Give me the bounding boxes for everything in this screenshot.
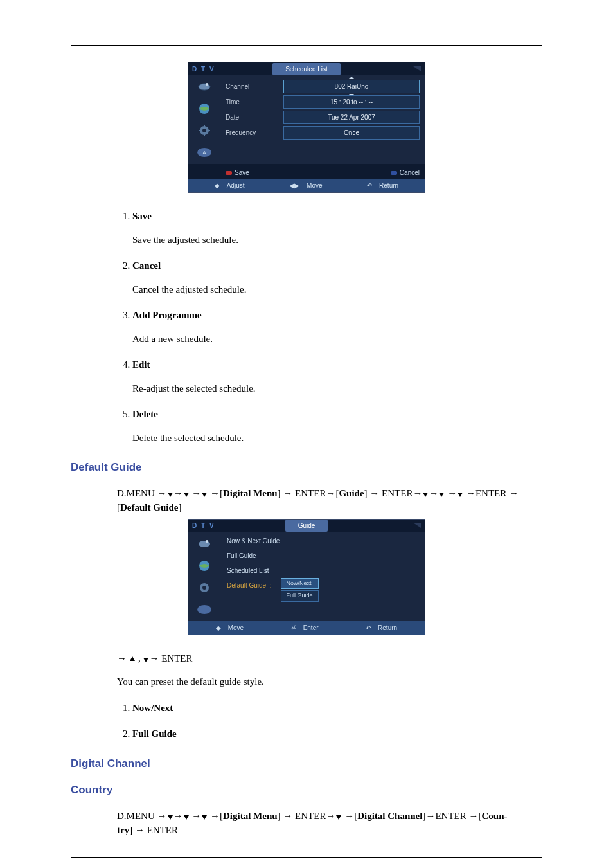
guide-option-full[interactable]: Full Guide: [281, 590, 319, 602]
svg-point-17: [197, 605, 211, 614]
channel-value[interactable]: 802 RaiUno: [283, 80, 420, 93]
svg-point-12: [199, 541, 210, 547]
red-button-icon: [226, 171, 232, 175]
guide-item-scheduled[interactable]: Scheduled List: [223, 563, 422, 578]
satellite-icon: [195, 536, 213, 552]
footer-move: ◆ Move: [216, 623, 244, 633]
top-rule: [71, 45, 542, 46]
item-title: Cancel: [132, 260, 161, 271]
panel-header: D T V Scheduled List: [188, 62, 425, 75]
item-title: Add Programme: [132, 310, 202, 320]
item-title: Save: [132, 211, 152, 221]
guide-option-now-next[interactable]: Now/Next: [281, 578, 319, 590]
frequency-label: Frequency: [226, 128, 283, 138]
cancel-label: Cancel: [400, 168, 420, 177]
preset-paragraph: You can preset the default guide style.: [117, 674, 536, 689]
item-desc: Delete the selected schedule.: [132, 431, 536, 446]
frequency-value[interactable]: Once: [283, 126, 420, 140]
item-title: Now/Next: [132, 703, 173, 713]
svg-point-16: [202, 586, 206, 590]
footer-move: ◀▶ Move: [289, 181, 322, 190]
footer-enter: ⏎ Enter: [291, 623, 319, 633]
item-desc: Add a new schedule.: [132, 332, 536, 347]
gear-icon: [195, 580, 213, 595]
item-desc: Save the adjusted schedule.: [132, 233, 536, 248]
svg-point-2: [206, 83, 208, 86]
svg-point-13: [206, 540, 208, 543]
section-digital-channel: Digital Channel: [71, 755, 542, 772]
panel-sidebar: [188, 532, 220, 621]
list-item: EditRe-adjust the selected schedule.: [132, 357, 536, 395]
guide-item-now-next[interactable]: Now & Next Guide: [223, 534, 422, 548]
save-label: Save: [235, 168, 249, 177]
svg-point-5: [202, 129, 206, 132]
bottom-rule: [71, 857, 542, 858]
list-item: Now/Next: [132, 701, 536, 716]
list-item: CancelCancel the adjusted schedule.: [132, 258, 536, 296]
gear-icon: [195, 123, 213, 138]
guide-style-list: Now/Next Full Guide: [132, 701, 536, 741]
panel-title: Guide: [285, 520, 328, 532]
item-desc: Cancel the adjusted schedule.: [132, 282, 536, 297]
panel-title: Scheduled List: [272, 63, 341, 75]
header-corner: [389, 520, 421, 531]
nav-country: D.MENU →→ → →[Digital Menu] → ENTER→ →[D…: [117, 809, 536, 838]
item-desc: Re-adjust the selected schedule.: [132, 381, 536, 396]
channel-value-text: 802 RaiUno: [335, 83, 369, 90]
item-title: Edit: [132, 359, 150, 370]
item-title: Full Guide: [132, 728, 177, 739]
chevron-up-icon[interactable]: [349, 77, 354, 79]
footer-adjust: ◆ Adjust: [215, 181, 245, 190]
language-icon: A: [195, 145, 213, 160]
panel-sidebar: A: [188, 75, 220, 164]
guide-item-full[interactable]: Full Guide: [223, 548, 422, 563]
guide-panel: D T V Guide Now & Next Guide Full Guide …: [188, 519, 425, 635]
item-title: Delete: [132, 409, 158, 419]
globe-icon: [195, 558, 213, 574]
language-icon: [195, 602, 213, 617]
footer-return: ↶ Return: [367, 181, 398, 190]
cancel-action[interactable]: Cancel: [391, 168, 420, 177]
list-item: Full Guide: [132, 727, 536, 741]
globe-icon: [195, 101, 213, 116]
scheduled-options-list: SaveSave the adjusted schedule. CancelCa…: [132, 209, 536, 445]
guide-item-default[interactable]: Default Guide :: [223, 578, 276, 593]
time-label: Time: [226, 97, 283, 107]
date-value[interactable]: Tue 22 Apr 2007: [283, 111, 420, 124]
nav-up-down-enter: → , → ENTER: [117, 651, 536, 666]
section-country: Country: [71, 782, 542, 799]
save-action[interactable]: Save: [226, 168, 249, 177]
list-item: DeleteDelete the selected schedule.: [132, 407, 536, 445]
nav-default-guide: D.MENU →→ → →[Digital Menu] → ENTER→[Gui…: [117, 486, 536, 515]
list-item: Add ProgrammeAdd a new schedule.: [132, 308, 536, 346]
date-label: Date: [226, 113, 283, 122]
panel-actions: Save Cancel: [188, 164, 425, 179]
svg-text:A: A: [202, 150, 206, 156]
dtv-label: D T V: [192, 64, 224, 74]
list-item: SaveSave the adjusted schedule.: [132, 209, 536, 247]
panel-footer: ◆ Move ⏎ Enter ↶ Return: [188, 621, 425, 635]
dtv-label: D T V: [192, 521, 224, 530]
section-default-guide: Default Guide: [71, 459, 542, 476]
header-corner: [389, 64, 421, 75]
footer-return: ↶ Return: [366, 623, 397, 633]
blue-button-icon: [391, 171, 397, 175]
satellite-icon: [195, 79, 213, 95]
channel-label: Channel: [226, 82, 283, 91]
time-value[interactable]: 15 : 20 to -- : --: [283, 95, 420, 109]
scheduled-list-panel: D T V Scheduled List A Channel 802: [188, 62, 425, 193]
panel-header: D T V Guide: [188, 520, 425, 532]
panel-footer: ◆ Adjust ◀▶ Move ↶ Return: [188, 179, 425, 192]
